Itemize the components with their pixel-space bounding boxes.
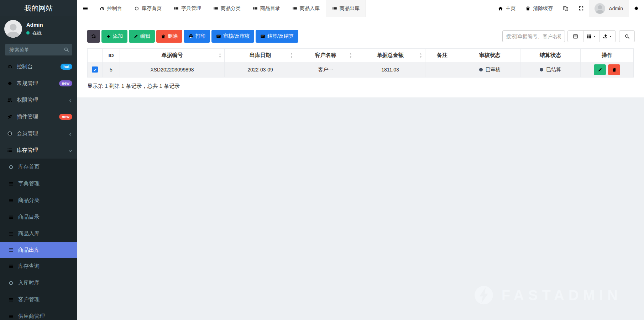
sidebar-item-dashboard[interactable]: 控制台 hot <box>0 58 77 75</box>
clear-cache-link[interactable]: 清除缓存 <box>520 0 558 17</box>
site-title: 我的网站 <box>0 0 77 16</box>
cell-amount: 1811.03 <box>355 62 425 78</box>
sidebar-toggle-button[interactable] <box>77 0 94 17</box>
sidebar-item-goods-in[interactable]: 商品入库 <box>0 225 77 242</box>
view-button-group <box>567 30 616 42</box>
menu-search-input[interactable] <box>5 44 72 55</box>
add-button[interactable]: 添加 <box>101 30 127 43</box>
main-content: 添加 编辑 删除 打印 审核/反审核 结算/反结算 <box>77 17 644 320</box>
tab-dict[interactable]: 字典管理 <box>168 0 207 17</box>
language-icon <box>563 6 569 11</box>
home-icon <box>498 6 503 11</box>
sidebar-item-inventory[interactable]: 库存管理 <box>0 142 77 159</box>
tab-label: 字典管理 <box>181 5 201 12</box>
sidebar-item-goods-category[interactable]: 商品分类 <box>0 192 77 209</box>
tab-goods-in[interactable]: 商品入库 <box>286 0 326 17</box>
fullscreen-button[interactable] <box>574 0 589 17</box>
tab-goods-out[interactable]: 商品出库 <box>326 0 366 17</box>
sidebar-item-member[interactable]: 会员管理 <box>0 125 77 142</box>
toolbar: 添加 编辑 删除 打印 审核/反审核 结算/反结算 <box>87 30 298 43</box>
col-bill-no[interactable]: 单据编号 <box>120 49 225 62</box>
export-button[interactable] <box>600 30 616 42</box>
list-icon <box>253 6 258 11</box>
sidebar-item-stock-query[interactable]: 库存查询 <box>0 258 77 274</box>
refresh-button[interactable] <box>87 30 100 43</box>
new-badge: new <box>59 114 72 120</box>
search-icon <box>64 47 69 52</box>
user-panel: Admin 在线 <box>0 16 77 41</box>
table-row[interactable]: 5 XSD202203099898 2022-03-09 客户一 1811.03… <box>88 62 634 78</box>
tab-goods-category[interactable]: 商品分类 <box>207 0 247 17</box>
sidebar-item-supplier[interactable]: 供应商管理 <box>0 308 77 320</box>
table-panel: 添加 编辑 删除 打印 审核/反审核 结算/反结算 <box>77 17 644 97</box>
row-edit-button[interactable] <box>594 64 606 75</box>
watermark-text: FASTADMIN <box>502 287 622 303</box>
submenu-label: 库存首页 <box>18 164 40 170</box>
tab-goods-catalog[interactable]: 商品目录 <box>247 0 286 17</box>
submenu-label: 商品出库 <box>18 247 40 254</box>
col-remark[interactable]: 备注 <box>425 49 459 62</box>
sidebar-item-auth[interactable]: 权限管理 <box>0 92 77 108</box>
bars-icon <box>83 6 88 11</box>
table-header-row: ID 单据编号 出库日期 客户名称 单据总金额 备注 审核状态 结算状态 操作 <box>88 49 634 62</box>
submenu-label: 商品入库 <box>18 230 40 237</box>
sidebar-submenu: 库存首页 字典管理 商品分类 商品目录 商品入库 商品出库 库存查询 入库时序 <box>0 159 77 320</box>
add-label: 添加 <box>113 33 123 39</box>
list-icon <box>8 198 14 203</box>
audit-button[interactable]: 审核/反审核 <box>211 30 254 43</box>
sidebar-item-goods-out[interactable]: 商品出库 <box>0 242 77 258</box>
gauge-icon <box>100 6 105 11</box>
table-right-tools <box>502 30 635 42</box>
select-all-header[interactable] <box>88 49 103 62</box>
trash-icon <box>612 68 617 72</box>
cell-bill-no: XSD202203099898 <box>120 62 225 78</box>
sidebar-item-goods-catalog[interactable]: 商品目录 <box>0 209 77 225</box>
sidebar-item-general[interactable]: 常规管理 new <box>0 75 77 92</box>
row-delete-button[interactable] <box>608 64 620 75</box>
submenu-label: 字典管理 <box>18 180 40 187</box>
col-customer[interactable]: 客户名称 <box>296 49 355 62</box>
sidebar-item-inventory-home[interactable]: 库存首页 <box>0 159 77 175</box>
col-out-date[interactable]: 出库日期 <box>225 49 296 62</box>
row-checkbox[interactable] <box>92 66 98 73</box>
tab-dashboard[interactable]: 控制台 <box>94 0 128 17</box>
toggle-view-button[interactable] <box>567 30 583 42</box>
delete-button[interactable]: 删除 <box>156 30 182 43</box>
sidebar-item-dict[interactable]: 字典管理 <box>0 175 77 192</box>
sidebar-item-customer[interactable]: 客户管理 <box>0 291 77 308</box>
user-menu[interactable]: Admin <box>589 0 629 17</box>
list-icon <box>332 6 337 11</box>
menu-label: 常规管理 <box>17 80 38 87</box>
settings-button[interactable] <box>629 0 644 17</box>
row-select-cell <box>88 62 103 78</box>
menu-search <box>5 44 72 55</box>
col-settle-status[interactable]: 结算状态 <box>520 49 581 62</box>
settle-status-label: 已结算 <box>546 66 561 73</box>
sort-icon <box>218 53 222 58</box>
col-id[interactable]: ID <box>103 49 120 62</box>
col-label: 客户名称 <box>315 52 336 58</box>
sidebar-item-addon[interactable]: 插件管理 new <box>0 108 77 125</box>
search-submit-button[interactable] <box>619 30 635 42</box>
table-search-input[interactable] <box>502 30 565 42</box>
columns-button[interactable] <box>583 30 600 42</box>
pencil-icon <box>598 68 602 72</box>
printer-icon <box>188 34 193 39</box>
tab-label: 商品目录 <box>260 5 280 12</box>
submenu-label: 供应商管理 <box>18 313 45 320</box>
sidebar-item-inbound-timeline[interactable]: 入库时序 <box>0 274 77 291</box>
language-switch-button[interactable] <box>558 0 574 17</box>
print-button[interactable]: 打印 <box>184 30 210 43</box>
menu-label: 会员管理 <box>17 130 38 137</box>
tab-inventory-home[interactable]: 库存首页 <box>128 0 168 17</box>
edit-button[interactable]: 编辑 <box>129 30 155 43</box>
plus-icon <box>106 34 111 39</box>
list-icon <box>8 247 14 252</box>
home-link[interactable]: 主页 <box>493 0 520 17</box>
settle-button[interactable]: 结算/反结算 <box>256 30 298 43</box>
user-name: Admin <box>26 22 43 28</box>
caret-down-icon <box>609 34 612 38</box>
col-amount[interactable]: 单据总金额 <box>355 49 425 62</box>
col-audit-status[interactable]: 审核状态 <box>459 49 520 62</box>
trash-icon <box>525 6 530 11</box>
